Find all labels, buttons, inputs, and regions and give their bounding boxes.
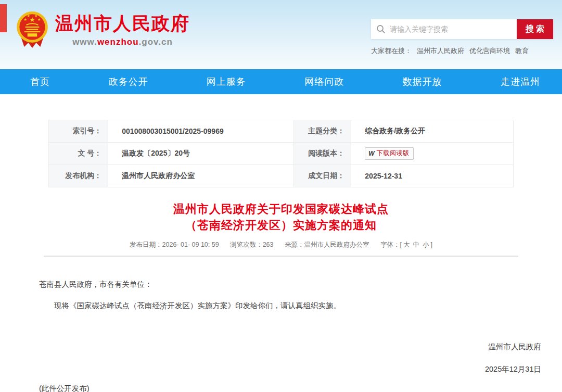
table-row: 发布机构： 温州市人民政府办公室 成文日期： 2025-12-31: [49, 165, 514, 187]
publish-date: 发布日期：2026- 01- 09 10: 59: [130, 241, 219, 248]
site-url-highlight: wenzhou: [97, 37, 139, 47]
view-count: 浏览次数：263: [230, 241, 273, 248]
doc-meta-table: 索引号： 001008003015001/2025-09969 主题分类： 综合…: [48, 120, 514, 187]
main-nav: 首页 政务公开 网上服务 网络问政 数据开放 走进温州: [0, 69, 562, 94]
article-info-line: 发布日期：2026- 01- 09 10: 59 浏览次数：263 来源：温州市…: [48, 241, 514, 249]
page-title-line-1: 温州市人民政府关于印发国家碳达峰试点: [48, 201, 514, 217]
brand: ★ ★ ★ ★ ★ 温州市人民政府 www.wenzhou.gov.cn: [16, 10, 190, 49]
body-paragraph: 现将《国家碳达峰试点（苍南经济开发区）实施方案》印发给你们，请认真组织实施。: [39, 301, 541, 311]
table-row: 文 号： 温政发〔2025〕20号 阅读版本： W下载阅读版: [49, 143, 514, 165]
svg-text:★: ★: [27, 14, 30, 18]
nav-item-open-data[interactable]: 数据开放: [403, 75, 442, 88]
meta-label-version: 阅读版本：: [294, 143, 351, 165]
doc-meta-section: 索引号： 001008003015001/2025-09969 主题分类： 综合…: [0, 94, 562, 257]
table-row: 索引号： 001008003015001/2025-09969 主题分类： 综合…: [49, 120, 514, 143]
font-size-small[interactable]: 小: [423, 241, 429, 248]
word-doc-icon: W: [368, 150, 374, 157]
site-title: 温州市人民政府: [55, 14, 190, 33]
search-icon: [376, 24, 386, 34]
font-size-large[interactable]: 大: [403, 241, 410, 248]
signature-date: 2025年12月31日: [39, 364, 541, 374]
divider: [44, 256, 518, 257]
nav-item-home[interactable]: 首页: [30, 75, 50, 88]
search-input[interactable]: [390, 25, 512, 33]
meta-value-docno: 温政发〔2025〕20号: [108, 143, 294, 165]
page-title-line-2: （苍南经济开发区）实施方案的通知: [48, 217, 514, 233]
nav-item-online-services[interactable]: 网上服务: [207, 75, 246, 88]
left-red-ribbon: [0, 4, 7, 32]
hot-search-link-2[interactable]: 优化营商环境: [469, 47, 510, 55]
meta-value-topic: 综合政务/政务公开: [351, 120, 514, 143]
meta-label-docno: 文 号：: [49, 143, 108, 165]
meta-label-topic: 主题分类：: [294, 120, 351, 143]
meta-value-agency: 温州市人民政府办公室: [108, 165, 294, 187]
site-url: www.wenzhou.gov.cn: [55, 37, 190, 47]
download-button-label: 下载阅读版: [377, 149, 410, 158]
document-page: 索引号： 001008003015001/2025-09969 主题分类： 综合…: [0, 94, 562, 392]
hot-search: 大家都在搜：温州市人民政府优化营商环境教育: [371, 46, 553, 56]
nav-item-public-inquiry[interactable]: 网络问政: [304, 75, 344, 88]
meta-value-version: W下载阅读版: [351, 143, 514, 165]
signature-agency: 温州市人民政府: [39, 342, 541, 352]
public-release-note: (此件公开发布): [39, 384, 541, 392]
svg-text:★: ★: [37, 17, 41, 22]
meta-value-date: 2025-12-31: [351, 165, 514, 187]
source: 来源：温州市人民政府办公室: [285, 241, 369, 248]
page-title: 温州市人民政府关于印发国家碳达峰试点 （苍南经济开发区）实施方案的通知: [48, 201, 514, 233]
article-body: 苍南县人民政府，市各有关单位： 现将《国家碳达峰试点（苍南经济开发区）实施方案》…: [0, 280, 562, 392]
national-emblem-logo: ★ ★ ★ ★ ★: [16, 10, 49, 49]
site-header: ★ ★ ★ ★ ★ 温州市人民政府 www.wenzhou.gov.cn: [0, 0, 562, 69]
meta-label-index: 索引号：: [49, 120, 108, 143]
download-reading-version-button[interactable]: W下载阅读版: [365, 147, 414, 160]
search-box[interactable]: [371, 19, 517, 39]
brand-text: 温州市人民政府 www.wenzhou.gov.cn: [55, 10, 190, 47]
nav-item-gov-info[interactable]: 政务公开: [108, 75, 148, 88]
meta-value-index: 001008003015001/2025-09969: [108, 120, 294, 143]
page: ★ ★ ★ ★ ★ 温州市人民政府 www.wenzhou.gov.cn: [0, 0, 562, 392]
site-url-prefix: www.: [72, 37, 97, 47]
hot-search-label: 大家都在搜：: [371, 47, 412, 55]
meta-label-agency: 发布机构：: [49, 165, 108, 187]
salutation: 苍南县人民政府，市各有关单位：: [39, 280, 541, 289]
font-size-switcher: 字体：[大中小]: [380, 241, 432, 248]
hot-search-link-1[interactable]: 温州市人民政府: [417, 47, 464, 55]
search-button[interactable]: 搜索: [517, 19, 553, 39]
search-area: 搜索 大家都在搜：温州市人民政府优化营商环境教育: [371, 19, 553, 56]
nav-item-about-wenzhou[interactable]: 走进温州: [501, 75, 540, 88]
site-url-suffix: .gov.cn: [139, 37, 173, 47]
font-size-medium[interactable]: 中: [413, 241, 419, 248]
hot-search-link-3[interactable]: 教育: [515, 47, 529, 55]
meta-label-date: 成文日期：: [294, 165, 351, 187]
